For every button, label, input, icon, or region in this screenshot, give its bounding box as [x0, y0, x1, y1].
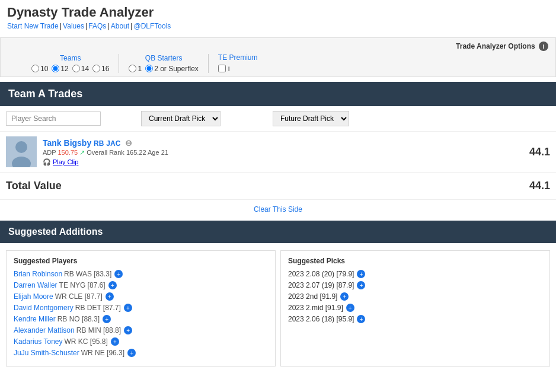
- player-name: Tank Bigsby RB JAC ⊖: [43, 138, 132, 148]
- nav-about[interactable]: About: [111, 22, 129, 30]
- te-premium-checkbox[interactable]: [218, 65, 226, 72]
- suggested-header: Suggested Additions: [0, 221, 556, 243]
- suggested-player-7-add[interactable]: +: [111, 337, 119, 346]
- nav-sep-4: |: [130, 21, 132, 30]
- suggested-players-panel: Suggested Players Brian Robinson RB WAS …: [6, 250, 276, 366]
- app-header: Dynasty Trade Analyzer Start New Trade|V…: [0, 0, 556, 33]
- suggested-pick-5: 2023 2.06 (18) [95.9] +: [288, 315, 542, 323]
- suggested-pick-1: 2023 2.08 (20) [79.9] +: [288, 270, 542, 278]
- svg-point-1: [15, 141, 27, 153]
- suggested-player-8-add[interactable]: +: [127, 349, 136, 357]
- suggested-body: Suggested Players Brian Robinson RB WAS …: [0, 243, 556, 374]
- teams-16-label[interactable]: 16: [92, 65, 109, 73]
- suggested-pick-3: 2023 2nd [91.9] +: [288, 292, 542, 301]
- team-a-header: Team A Trades: [0, 82, 556, 106]
- suggested-player-3: Elijah Moore WR CLE [87.7] +: [14, 292, 268, 301]
- suggested-pick-2: 2023 2.07 (19) [87.9] +: [288, 281, 542, 289]
- suggested-player-8-pos: WR NE [96.3]: [81, 349, 124, 357]
- player-age: 21: [161, 149, 168, 156]
- suggested-player-8-link[interactable]: JuJu Smith-Schuster: [14, 349, 79, 357]
- teams-14-label[interactable]: 14: [72, 65, 89, 73]
- suggested-player-3-add[interactable]: +: [106, 292, 114, 301]
- suggested-player-6-add[interactable]: +: [124, 326, 132, 334]
- qb-superflex-label[interactable]: 2 or Superflex: [145, 65, 199, 73]
- qb-superflex-radio[interactable]: [145, 65, 153, 72]
- qb-1-label[interactable]: 1: [129, 65, 142, 73]
- options-bar: Trade Analyzer Options i Teams 10 12 14 …: [0, 37, 556, 77]
- teams-radios: 10 12 14 16: [31, 65, 109, 73]
- suggested-pick-4-label: 2023 2.mid [91.9]: [288, 304, 343, 312]
- clear-row: Clear This Side: [0, 200, 556, 218]
- suggested-player-5: Kendre Miller RB NO [88.3] +: [14, 315, 268, 323]
- suggested-pick-1-label: 2023 2.08 (20) [79.9]: [288, 270, 354, 278]
- suggested-player-7: Kadarius Toney WR KC [95.8] +: [14, 337, 268, 346]
- suggested-player-5-link[interactable]: Kendre Miller: [14, 315, 56, 323]
- teams-10-label[interactable]: 10: [31, 65, 48, 73]
- suggested-player-8: JuJu Smith-Schuster WR NE [96.3] +: [14, 349, 268, 357]
- search-bar: Current Draft Pick Future Draft Pick: [0, 106, 556, 132]
- suggested-player-2-pos: TE NYG [87.6]: [59, 281, 106, 289]
- app-nav: Start New Trade|Values|FAQs|About|@DLFTo…: [7, 21, 549, 30]
- nav-values[interactable]: Values: [63, 22, 84, 30]
- suggested-pick-5-add[interactable]: +: [357, 315, 365, 323]
- play-clip-link[interactable]: Play Clip: [53, 158, 78, 165]
- suggested-pick-1-add[interactable]: +: [357, 270, 365, 278]
- teams-14-radio[interactable]: [72, 65, 80, 72]
- te-info-icon[interactable]: i: [228, 64, 230, 73]
- qb-label: QB Starters: [129, 54, 198, 62]
- suggested-player-6-link[interactable]: Alexander Mattison: [14, 326, 75, 334]
- suggested-pick-4-add[interactable]: +: [346, 304, 354, 312]
- player-clip[interactable]: 🎧 Play Clip: [43, 158, 529, 166]
- nav-sep-3: |: [107, 21, 109, 30]
- teams-12-label[interactable]: 12: [52, 65, 68, 73]
- options-title: Trade Analyzer Options i: [8, 42, 548, 51]
- trend-up-icon: ↗: [79, 149, 85, 156]
- headphone-icon: 🎧: [43, 158, 51, 166]
- suggested-player-1-add[interactable]: +: [114, 270, 123, 278]
- options-row: Teams 10 12 14 16 QB Starters 1 2 or Sup…: [8, 53, 548, 73]
- total-value: 44.1: [529, 180, 550, 192]
- suggested-player-4-add[interactable]: +: [124, 304, 132, 312]
- nav-sep-2: |: [85, 21, 87, 30]
- future-draft-pick-select[interactable]: Future Draft Pick: [273, 111, 349, 126]
- suggested-player-2-add[interactable]: +: [108, 281, 117, 289]
- suggested-pick-2-add[interactable]: +: [357, 281, 365, 289]
- suggested-player-4-link[interactable]: David Montgomery: [14, 304, 74, 312]
- suggested-player-3-link[interactable]: Elijah Moore: [14, 292, 53, 301]
- nav-dlftools[interactable]: @DLFTools: [133, 22, 171, 30]
- qb-radios: 1 2 or Superflex: [129, 65, 198, 73]
- player-overall-rank: 165.22: [126, 149, 146, 156]
- suggested-player-5-pos: RB NO [88.3]: [57, 315, 100, 323]
- player-name-link[interactable]: Tank Bigsby: [43, 138, 91, 148]
- suggested-player-2-link[interactable]: Darren Waller: [14, 281, 57, 289]
- suggested-picks-title: Suggested Picks: [288, 257, 542, 265]
- current-draft-pick-select[interactable]: Current Draft Pick: [141, 111, 221, 126]
- player-adp-val: 150.75: [57, 149, 78, 156]
- suggested-player-6-pos: RB MIN [88.8]: [76, 326, 121, 334]
- teams-10-radio[interactable]: [31, 65, 39, 72]
- suggested-player-2: Darren Waller TE NYG [87.6] +: [14, 281, 268, 289]
- nav-faqs[interactable]: FAQs: [88, 22, 106, 30]
- suggested-player-7-link[interactable]: Kadarius Toney: [14, 337, 63, 346]
- teams-12-radio[interactable]: [52, 65, 59, 72]
- suggested-player-5-add[interactable]: +: [103, 315, 111, 323]
- suggested-player-6: Alexander Mattison RB MIN [88.8] +: [14, 326, 268, 334]
- player-adp: ADP 150.75 ↗ Overall Rank 165.22 Age 21: [43, 149, 529, 157]
- suggested-players-title: Suggested Players: [14, 257, 268, 265]
- player-info: Tank Bigsby RB JAC ⊖ ADP 150.75 ↗ Overal…: [43, 138, 529, 166]
- options-info-icon[interactable]: i: [539, 42, 548, 51]
- qb-1-radio[interactable]: [129, 65, 136, 72]
- player-search-input[interactable]: [6, 111, 101, 126]
- suggested-pick-2-label: 2023 2.07 (19) [87.9]: [288, 281, 354, 289]
- teams-group: Teams 10 12 14 16: [8, 54, 119, 73]
- nav-start-new-trade[interactable]: Start New Trade: [7, 22, 59, 30]
- suggested-pick-3-add[interactable]: +: [340, 292, 349, 301]
- te-group: TE Premium i: [209, 53, 267, 73]
- player-row: Tank Bigsby RB JAC ⊖ ADP 150.75 ↗ Overal…: [0, 132, 556, 173]
- suggested-player-4: David Montgomery RB DET [87.7] +: [14, 304, 268, 312]
- teams-16-radio[interactable]: [92, 65, 100, 72]
- clear-link[interactable]: Clear This Side: [254, 205, 302, 213]
- teams-label: Teams: [31, 54, 109, 62]
- player-remove-icon[interactable]: ⊖: [125, 138, 132, 148]
- suggested-player-1-link[interactable]: Brian Robinson: [14, 270, 62, 278]
